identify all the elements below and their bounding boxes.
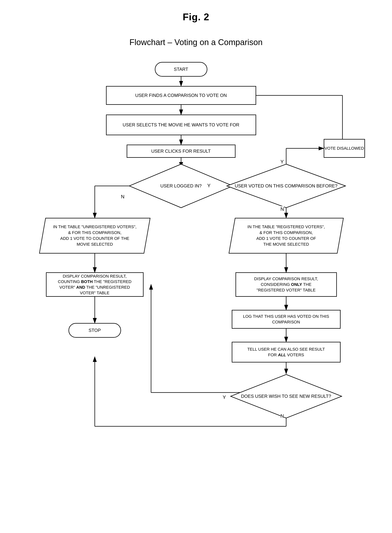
flowchart: START USER FINDS A COMPARISON TO VOTE ON…	[27, 54, 365, 524]
clicks-result-node: USER CLICKS FOR RESULT	[127, 145, 235, 158]
label-y-new-result: Y	[223, 394, 226, 400]
vote-disallowed-node: VOTE DISALLOWED	[324, 139, 365, 158]
logged-in-diamond: USER LOGGED IN?	[129, 163, 234, 209]
label-n-logged: N	[121, 194, 125, 200]
display-both-node: DISPLAY COMPARISON RESULT,COUNTING BOTH …	[46, 272, 144, 297]
page-title: Fig. 2	[0, 0, 392, 23]
finds-comparison-node: USER FINDS A COMPARISON TO VOTE ON	[106, 86, 256, 105]
label-y-logged: Y	[207, 183, 210, 189]
stop-node: STOP	[69, 323, 121, 338]
unregistered-table-node: IN THE TABLE "UNREGISTERED VOTERS",& FOR…	[39, 218, 150, 253]
display-registered-node: DISPLAY COMPARISON RESULT,CONSIDERING ON…	[235, 272, 337, 297]
selects-movie-node: USER SELECTS THE MOVIE HE WANTS TO VOTE …	[106, 114, 256, 135]
registered-table-node: IN THE TABLE "REGISTERED VOTERS",& FOR T…	[229, 218, 344, 253]
log-voted-node: LOG THAT THIS USER HAS VOTED ON THIS COM…	[232, 310, 341, 329]
chart-title: Flowchart – Voting on a Comparison	[0, 38, 392, 47]
voted-before-diamond: USER VOTED ON THIS COMPARISON BEFORE?	[226, 163, 346, 209]
wish-new-result-diamond: DOES USER WISH TO SEE NEW RESULT?	[230, 374, 342, 419]
tell-user-node: TELL USER HE CAN ALSO SEE RESULTFOR ALL …	[232, 342, 341, 362]
label-y-voted: Y	[280, 159, 284, 165]
label-n-voted: N	[280, 206, 284, 212]
label-n-new-result: N	[280, 413, 284, 419]
start-node: START	[155, 62, 207, 77]
